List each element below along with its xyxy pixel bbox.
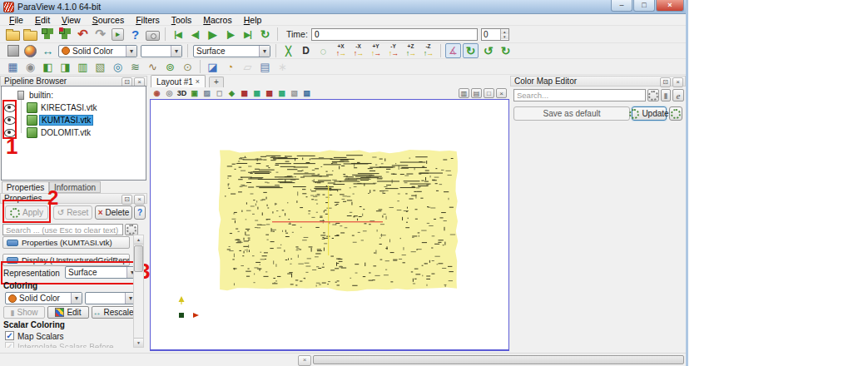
pipeline-item-kirectasi.vtk[interactable]: KIRECTASI.vtk [2, 101, 146, 114]
pick-center-icon[interactable]: ◻ [214, 88, 225, 98]
frame-spinner[interactable]: 0 ▴ ▾ [481, 28, 509, 41]
vcr-previous-frame-button[interactable]: ◀| [187, 27, 203, 42]
select-points-polygon-icon[interactable]: ▩ [276, 88, 287, 98]
select-points-rect-icon[interactable]: ▦ [251, 88, 262, 98]
rotate-counterclockwise-button[interactable]: ↺ [480, 43, 496, 58]
center-axes-icon[interactable]: ▨ [201, 88, 212, 98]
menu-edit[interactable]: Edit [29, 15, 56, 25]
render-view[interactable] [150, 99, 509, 351]
map-scalars-checkbox[interactable]: ✓ [5, 331, 14, 340]
threshold-filter-icon[interactable]: ▥ [75, 59, 91, 74]
group-datasets-icon[interactable]: ⊚ [162, 59, 178, 74]
vcr-first-frame-button[interactable]: |◀ [170, 27, 186, 42]
properties-scrollbar[interactable]: ▲ ▼ [133, 235, 144, 348]
search-options-button[interactable] [125, 224, 138, 235]
zoom-to-box-button[interactable]: ◌ [315, 43, 331, 58]
color-map-search-input[interactable] [513, 89, 646, 101]
zoom-to-data-button[interactable]: D [298, 43, 314, 58]
rotate-left-90-button[interactable]: ∡ [445, 43, 461, 58]
section-display[interactable]: Display (UnstructuredGridRepresentation) [2, 254, 130, 266]
spreadsheet-view-icon[interactable]: ▤ [301, 88, 312, 98]
help-panel-button[interactable]: ? [134, 205, 146, 220]
representation-property-combobox[interactable]: Surface ▾ [65, 266, 138, 279]
vcr-loop-button[interactable]: ↻ [257, 27, 273, 42]
maximize-button[interactable]: □ [633, 0, 655, 12]
extract-subset-icon[interactable]: ▧ [92, 59, 108, 74]
ruler-icon[interactable]: ▱ [240, 59, 255, 74]
pipeline-tree[interactable]: builtin: KIRECTASI.vtkKUMTASI.vtkDOLOMIT… [1, 86, 146, 181]
rotate-reset-button[interactable]: ↻ [498, 43, 513, 58]
representation-combobox[interactable]: Surface ▾ [193, 45, 270, 57]
minimize-button[interactable]: – [611, 0, 632, 12]
contour-filter-icon[interactable]: ◎ [110, 59, 126, 74]
clip-filter-icon[interactable]: ◧ [40, 59, 56, 74]
pipeline-item-dolomit.vtk[interactable]: DOLOMIT.vtk [2, 126, 146, 139]
tab-information[interactable]: Information [49, 181, 101, 193]
time-value-input[interactable] [311, 28, 478, 41]
script-button[interactable]: e [672, 89, 684, 101]
temporal-interpolator-icon[interactable]: ◔ [222, 59, 238, 74]
open-recent-button[interactable] [22, 27, 38, 42]
save-as-default-button[interactable]: Save as default [513, 106, 630, 121]
auto-update-button[interactable] [669, 106, 682, 121]
section-properties[interactable]: Properties (KUMTASI.vtk) [2, 236, 130, 249]
visibility-eye-icon[interactable] [4, 116, 16, 126]
interactive-select-icon[interactable]: ▧ [289, 88, 300, 98]
menu-view[interactable]: View [56, 15, 87, 25]
set-view-minusz-button[interactable]: -Z↑→ [420, 43, 436, 58]
orientation-axes-icon[interactable]: ▣ [189, 88, 200, 98]
split-vertical-button[interactable]: ▤ [471, 88, 482, 98]
color-map-options-button[interactable] [647, 89, 659, 101]
screenshot-view-icon[interactable]: ◉ [151, 88, 162, 98]
layout-tab[interactable]: Layout #1 × [151, 75, 206, 87]
detail-toggle-button[interactable]: ▮ [661, 89, 671, 101]
coloring-combobox[interactable]: Solid Color ▾ [5, 292, 82, 304]
menu-help[interactable]: Help [238, 15, 268, 25]
layout-tab-close-icon[interactable]: × [196, 77, 200, 86]
dropdown-arrow-icon[interactable]: ▾ [259, 46, 270, 57]
color-by-combobox[interactable]: Solid Color ▾ [58, 45, 137, 57]
vcr-next-frame-button[interactable]: |▶ [222, 27, 238, 42]
dropdown-arrow-icon[interactable]: ▾ [171, 46, 181, 57]
maximize-view-button[interactable]: □ [484, 88, 494, 98]
properties-search-input[interactable] [2, 224, 123, 235]
rescale-button[interactable]: ↔ Rescale [92, 306, 135, 319]
select-cells-rect-icon[interactable]: ▦ [239, 88, 250, 98]
menu-macros[interactable]: Macros [197, 15, 237, 25]
spin-down-icon[interactable]: ▾ [501, 34, 508, 39]
scroll-up-button[interactable]: ▲ [134, 235, 143, 245]
menu-sources[interactable]: Sources [87, 15, 131, 25]
rescale-range-button[interactable]: ↔ [40, 43, 56, 58]
reset-camera-button[interactable]: ╳ [280, 43, 296, 58]
plot-over-line-icon[interactable]: ▤ [257, 59, 273, 74]
new-layout-tab-button[interactable]: + [209, 77, 224, 87]
pipeline-item-kumtasi.vtk[interactable]: KUMTASI.vtk [2, 114, 146, 126]
extract-block-icon[interactable]: ⊙ [180, 59, 196, 74]
close-dock-button[interactable]: × [134, 195, 145, 205]
delete-button[interactable]: × Delete [95, 205, 132, 220]
float-dock-button[interactable]: ⊡ [122, 195, 132, 205]
menu-file[interactable]: File [3, 15, 29, 25]
save-state-button[interactable] [57, 27, 73, 42]
connect-server-button[interactable]: ▸ [110, 27, 126, 42]
toggle-3d-icon[interactable]: 3D [176, 88, 187, 98]
dropdown-arrow-icon[interactable]: ▾ [71, 293, 82, 304]
close-view-button[interactable]: × [496, 88, 507, 98]
close-button[interactable]: × [656, 0, 684, 12]
scrollbar-thumb[interactable] [134, 245, 143, 272]
reset-center-icon[interactable]: ◈ [226, 88, 237, 98]
close-dock-button[interactable]: × [672, 77, 683, 87]
show-legend-button[interactable]: ▮ Show [3, 306, 45, 319]
set-view-plusz-button[interactable]: +Z↑→ [403, 43, 419, 58]
menu-tools[interactable]: Tools [166, 15, 198, 25]
stream-tracer-icon[interactable]: ≋ [127, 59, 143, 74]
vcr-representation-button[interactable] [5, 43, 21, 58]
dropdown-arrow-icon[interactable]: ▾ [126, 46, 136, 57]
tab-properties[interactable]: Properties [2, 181, 49, 193]
set-view-minusy-button[interactable]: -Y↑→ [385, 43, 401, 58]
coloring-component-combobox[interactable]: ▾ [85, 292, 136, 304]
float-dock-button[interactable]: ⊡ [660, 77, 671, 87]
rotate-clockwise-button[interactable]: ↻ [463, 43, 479, 58]
help-button[interactable]: ? [127, 27, 143, 42]
component-combobox[interactable]: ▾ [141, 45, 182, 57]
